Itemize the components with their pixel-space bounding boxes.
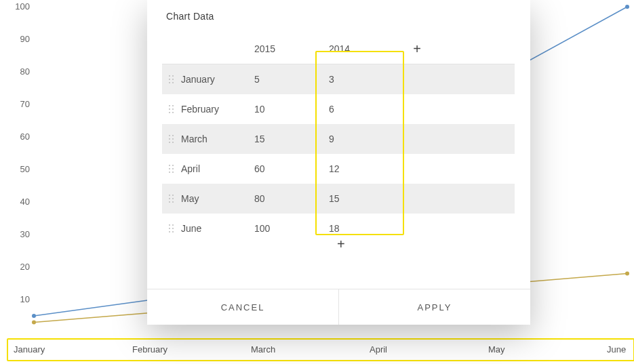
y-tick: 40	[0, 197, 30, 207]
x-axis-highlight	[7, 338, 634, 361]
modal-title: Chart Data	[166, 11, 214, 22]
y-tick: 50	[0, 164, 30, 174]
plus-icon: +	[337, 237, 345, 251]
drag-handle-icon[interactable]	[162, 224, 181, 233]
month-cell[interactable]: March	[181, 134, 254, 144]
apply-button[interactable]: APPLY	[338, 289, 530, 325]
drag-handle-icon[interactable]	[162, 195, 181, 203]
column-header-2015[interactable]: 2015	[254, 43, 329, 54]
value-cell-2015[interactable]: 60	[254, 163, 329, 174]
value-cell-2014[interactable]: 18	[329, 223, 403, 234]
value-cell-2015[interactable]: 80	[254, 193, 329, 204]
y-tick: 30	[0, 229, 30, 239]
cancel-button[interactable]: CANCEL	[147, 289, 338, 325]
data-point	[625, 5, 629, 9]
table-row: April6012	[162, 154, 515, 184]
y-tick: 20	[0, 262, 30, 272]
table-row: January53	[162, 64, 515, 94]
x-tick: April	[370, 344, 387, 355]
drag-handle-icon[interactable]	[162, 105, 181, 114]
month-cell[interactable]: May	[181, 193, 254, 204]
x-tick: June	[607, 344, 626, 355]
y-tick: 60	[0, 132, 30, 142]
chart-data-table: 2015 2014 + January53February106March159…	[162, 34, 515, 243]
month-cell[interactable]: January	[181, 74, 254, 85]
table-row: February106	[162, 94, 515, 124]
month-cell[interactable]: February	[181, 104, 254, 115]
y-tick: 10	[0, 294, 30, 304]
value-cell-2014[interactable]: 9	[329, 134, 403, 144]
value-cell-2014[interactable]: 6	[329, 104, 403, 115]
data-point	[32, 321, 36, 325]
value-cell-2015[interactable]: 100	[254, 223, 329, 234]
value-cell-2015[interactable]: 5	[254, 74, 329, 85]
value-cell-2014[interactable]: 3	[329, 74, 403, 85]
y-tick: 90	[0, 34, 30, 44]
x-tick: March	[251, 344, 275, 355]
chart-data-modal: Chart Data 2015 2014 + January53February…	[147, 0, 530, 325]
drag-handle-icon[interactable]	[162, 75, 181, 84]
table-row: March159	[162, 124, 515, 154]
table-row: May8015	[162, 184, 515, 214]
data-point	[32, 314, 36, 318]
data-point	[625, 272, 629, 276]
add-row-button[interactable]: +	[337, 237, 345, 251]
value-cell-2015[interactable]: 15	[254, 134, 329, 144]
value-cell-2015[interactable]: 10	[254, 104, 329, 115]
month-cell[interactable]: April	[181, 163, 254, 174]
y-tick: 70	[0, 99, 30, 109]
x-tick: May	[488, 344, 505, 355]
drag-handle-icon[interactable]	[162, 165, 181, 174]
value-cell-2014[interactable]: 15	[329, 193, 403, 204]
column-header-2014[interactable]: 2014	[329, 43, 403, 54]
modal-footer: CANCEL APPLY	[147, 289, 530, 325]
table-header: 2015 2014 +	[162, 34, 515, 64]
x-tick: February	[132, 344, 167, 355]
add-column-button[interactable]: +	[413, 42, 421, 56]
x-tick: January	[14, 344, 45, 355]
month-cell[interactable]: June	[181, 223, 254, 234]
y-tick: 80	[0, 66, 30, 77]
y-tick: 100	[0, 1, 30, 12]
drag-handle-icon[interactable]	[162, 135, 181, 144]
value-cell-2014[interactable]: 12	[329, 163, 403, 174]
